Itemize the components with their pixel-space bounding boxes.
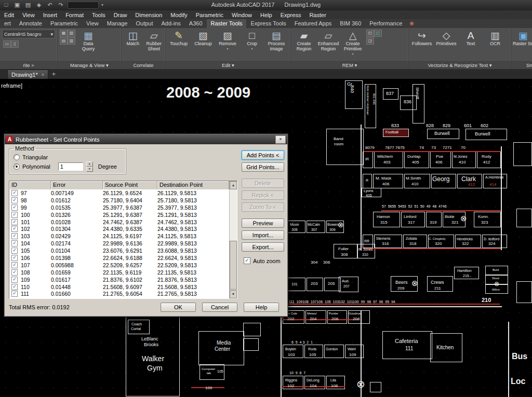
ribbon-tab-a360[interactable]: A360: [185, 19, 207, 28]
ribbon-tab-annotate[interactable]: Annotate: [15, 19, 46, 28]
panel-label-correlate[interactable]: Correlate: [122, 61, 165, 69]
spinner-up-icon[interactable]: ▲: [86, 161, 93, 167]
table-row[interactable]: ✓1090.0161721.8376, 9.610221.8376, 9.581…: [9, 276, 229, 283]
small-tool-icon[interactable]: ◲: [366, 37, 374, 45]
insert-image-combobox[interactable]: CentralHS bacgro▾: [2, 30, 55, 38]
row-checkbox[interactable]: ✓: [11, 255, 18, 261]
small-tool-icon[interactable]: ▤: [60, 37, 68, 45]
ribbon-tab-manage[interactable]: Manage: [103, 19, 132, 28]
menu-item-modify[interactable]: Modify: [166, 12, 191, 18]
scroll-down-icon[interactable]: ▼: [230, 290, 237, 298]
column-header-error[interactable]: Error: [51, 181, 103, 189]
row-checkbox[interactable]: ✓: [11, 262, 18, 268]
new-file-icon[interactable]: □: [2, 1, 10, 9]
menu-item-edit[interactable]: Edit: [0, 12, 18, 18]
chevron-down-icon[interactable]: ▾: [101, 3, 103, 7]
small-tool-icon[interactable]: ◱: [374, 30, 382, 37]
scrollbar-thumb[interactable]: [230, 241, 237, 290]
text-button[interactable]: AText: [459, 29, 483, 47]
scrollbar-track[interactable]: [230, 189, 237, 290]
menu-item-raster[interactable]: Raster: [305, 12, 330, 18]
small-tool-icon[interactable]: ▧: [68, 30, 75, 37]
match-button[interactable]: ◫Match: [123, 29, 143, 47]
column-header-source-point[interactable]: Source Point: [103, 181, 157, 189]
radio-icon[interactable]: [14, 154, 20, 160]
table-row[interactable]: ✓990.0153525.3977, 9.638725.3977, 9.5813: [9, 204, 229, 211]
infocenter-icon[interactable]: ◉: [409, 19, 414, 28]
table-row[interactable]: ✓1000.0132625.1291, 9.638725.1291, 9.581…: [9, 211, 229, 218]
create-primitive-button[interactable]: △Create Primitive▾: [341, 29, 365, 56]
small-tool-icon[interactable]: ▭: [3, 40, 11, 48]
small-tool-icon[interactable]: ▥: [68, 37, 75, 45]
degree-input[interactable]: 1: [58, 162, 83, 171]
degree-spinner[interactable]: ▲▼: [86, 161, 93, 172]
table-row[interactable]: ✓970.00714926.1129, 9.652426.1129, 9.581…: [9, 189, 229, 197]
small-tool-icon[interactable]: ◰: [366, 30, 374, 37]
table-row[interactable]: ✓1060.0139822.6624, 9.618822.6624, 9.581…: [9, 254, 229, 262]
table-row[interactable]: ✓980.0161225.7180, 9.640425.7180, 9.5813: [9, 197, 229, 204]
repick-button[interactable]: Repick <: [242, 190, 284, 200]
zoom-to-button[interactable]: Zoom To <: [242, 202, 284, 212]
row-checkbox[interactable]: ✓: [11, 269, 18, 276]
table-row[interactable]: ✓1080.0165922.1135, 9.611922.1135, 9.581…: [9, 269, 229, 276]
ribbon-tab-parametric[interactable]: Parametric: [46, 19, 82, 28]
plot-icon[interactable]: ◈: [35, 1, 43, 9]
spinner-down-icon[interactable]: ▼: [86, 167, 93, 172]
row-checkbox[interactable]: ✓: [11, 248, 18, 254]
ribbon-tab-featured-apps[interactable]: Featured Apps: [290, 19, 336, 28]
chevron-down-icon[interactable]: ▾: [50, 32, 53, 37]
menu-item-tools[interactable]: Tools: [88, 12, 110, 18]
panel-label-snap[interactable]: Snap: [511, 61, 532, 69]
menu-item-draw[interactable]: Draw: [110, 12, 131, 18]
menu-item-express[interactable]: Express: [276, 12, 305, 18]
row-checkbox[interactable]: ✓: [11, 284, 18, 290]
document-tab[interactable]: Drawing1* ×: [7, 70, 48, 79]
ocr-button[interactable]: ▥OCR: [483, 29, 507, 47]
menu-item-window[interactable]: Window: [228, 12, 256, 18]
row-checkbox[interactable]: ✓: [11, 197, 18, 203]
table-row[interactable]: ✓1020.0130424.4380, 9.633524.4380, 9.581…: [9, 225, 229, 232]
ribbon-tab-ert[interactable]: ert: [0, 19, 15, 28]
ribbon-tab-performance[interactable]: Performance: [365, 19, 406, 28]
dialog-title-bar[interactable]: A Rubbersheet - Set Control Points ×: [5, 134, 287, 144]
close-icon[interactable]: ×: [275, 135, 286, 144]
cleanup-button[interactable]: ▧Cleanup: [191, 29, 215, 47]
primitives-button[interactable]: ◇Primitives: [434, 29, 458, 47]
panel-label-manage-view[interactable]: Manage & View ▾: [58, 61, 121, 69]
new-tab-button[interactable]: +: [52, 70, 56, 79]
ribbon-tab-express-tools[interactable]: Express Tools: [246, 19, 290, 28]
menu-item-format[interactable]: Format: [61, 12, 88, 18]
auto-zoom-checkbox[interactable]: ✓ Auto zoom: [244, 257, 281, 264]
followers-button[interactable]: ↪Followers: [410, 29, 434, 47]
table-row[interactable]: ✓1010.0102824.7462, 9.638724.7462, 9.581…: [9, 218, 229, 226]
enhanced-region-button[interactable]: ▱Enhanced Region: [316, 29, 340, 52]
row-checkbox[interactable]: ✓: [11, 240, 18, 247]
preview-button[interactable]: Preview: [242, 218, 284, 228]
panel-label-vectorize-recognize-text[interactable]: Vectorize & Recognize Text ▾: [409, 61, 511, 69]
touchup-button[interactable]: ✎Touchup: [167, 29, 191, 47]
table-row[interactable]: ✓1100.0144821.5608, 9.609721.5608, 9.581…: [9, 283, 229, 291]
ribbon-tab-add-ins[interactable]: Add-ins: [157, 19, 185, 28]
radio-polynomial[interactable]: Polynomial 1 ▲▼ Degree: [14, 163, 122, 170]
panel-label-edit[interactable]: Edit ▾: [166, 61, 290, 69]
help-button[interactable]: Help: [244, 303, 279, 312]
small-tool-icon[interactable]: ▦: [60, 30, 68, 37]
row-checkbox[interactable]: ✓: [11, 204, 18, 211]
workspace-chip[interactable]: [68, 2, 99, 9]
row-checkbox[interactable]: ✓: [11, 226, 18, 232]
undo-icon[interactable]: ↶: [46, 1, 54, 9]
ribbon-tab-raster-tools[interactable]: Raster Tools: [207, 19, 247, 28]
open-file-icon[interactable]: ▣: [13, 1, 21, 9]
raster-sn-button[interactable]: ▣Raster Sn: [512, 29, 532, 47]
small-tool-icon[interactable]: ▯: [11, 40, 19, 48]
table-row[interactable]: ✓1070.00598822.5209, 9.625722.5209, 9.58…: [9, 262, 229, 269]
row-checkbox[interactable]: ✓: [11, 277, 18, 283]
table-row[interactable]: ✓1030.0242924.1125, 9.619724.1125, 9.581…: [9, 232, 229, 240]
row-checkbox[interactable]: ✓: [11, 219, 18, 225]
ribbon-tab-view[interactable]: View: [82, 19, 103, 28]
redo-icon[interactable]: ↷: [57, 1, 65, 9]
table-row[interactable]: ✓1050.0110423.6076, 9.629123.6088, 9.581…: [9, 247, 229, 254]
table-row[interactable]: ✓1040.0217422.9989, 9.613622.9989, 9.581…: [9, 240, 229, 247]
ok-button[interactable]: OK: [161, 303, 196, 312]
menu-item-dimension[interactable]: Dimension: [131, 12, 166, 18]
